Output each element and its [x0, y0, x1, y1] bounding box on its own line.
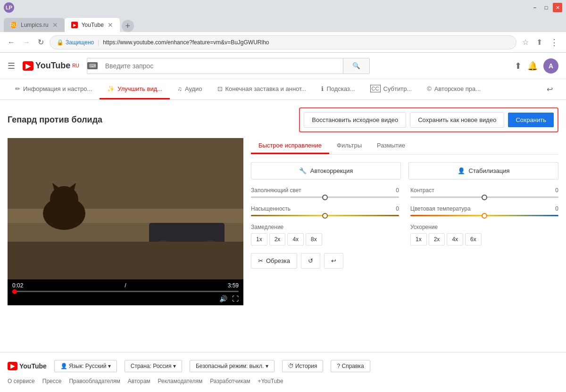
bookmark-star-button[interactable]: ☆ — [520, 36, 531, 49]
video-title: Гепард против болида — [8, 115, 102, 125]
footer-link-advertisers[interactable]: Рекламодателям — [158, 378, 203, 384]
url-separator: | — [98, 39, 99, 46]
footer-link-press[interactable]: Прессе — [42, 378, 62, 384]
back-tab-button[interactable]: ↩ — [541, 81, 558, 98]
panel-tab-quickfix[interactable]: Быстрое исправление — [251, 138, 329, 154]
person-icon: 👤 — [458, 167, 465, 174]
undo-button[interactable]: ↩ — [324, 253, 343, 269]
footer-link-about[interactable]: О сервисе — [8, 378, 35, 384]
back-button[interactable]: ← — [6, 36, 17, 49]
color-temp-track[interactable] — [410, 215, 558, 216]
slow-8x-button[interactable]: 8x — [306, 233, 322, 245]
fast-2x-button[interactable]: 2x — [429, 233, 445, 245]
slider-color-temp: Цветовая температура 0 — [410, 205, 558, 216]
slider-row-2: Насыщенность 0 Цветовая температура 0 — [251, 205, 558, 216]
protected-text: Защищено — [66, 39, 94, 46]
maximize-button[interactable]: □ — [541, 3, 551, 12]
tab-lumpics-close[interactable]: ✕ — [52, 22, 58, 28]
tab-endscreen[interactable]: ⊡ Конечная заставка и аннот... — [210, 80, 314, 99]
search-input[interactable] — [100, 58, 343, 74]
speed-row: Замедление 1x 2x 4x 8x Ускорение 1x — [251, 224, 558, 245]
restore-button[interactable]: Восстановить исходное видео — [304, 112, 406, 128]
slider-saturation: Насыщенность 0 — [251, 205, 399, 216]
fast-6x-button[interactable]: 6x — [465, 233, 482, 245]
url-text: https://www.youtube.com/enhance?feature=… — [103, 39, 269, 46]
close-button[interactable]: ✕ — [553, 3, 562, 12]
trim-button[interactable]: ✂ Обрезка — [251, 253, 297, 269]
footer-link-plus[interactable]: +YouTube — [258, 378, 283, 384]
address-url-bar[interactable]: 🔒 Защищено | https://www.youtube.com/enh… — [50, 35, 516, 49]
fill-light-track[interactable] — [251, 196, 399, 198]
fast-1x-button[interactable]: 1x — [410, 233, 427, 245]
footer-link-authors[interactable]: Авторам — [128, 378, 150, 384]
panel-tab-filters[interactable]: Фильтры — [329, 138, 369, 154]
language-button[interactable]: 👤 Язык: Русский ▾ — [54, 360, 117, 372]
tab-subtitles[interactable]: CC Субтитр... — [363, 79, 420, 99]
fast-4x-button[interactable]: 4x — [447, 233, 463, 245]
video-visual — [8, 138, 243, 279]
search-button[interactable]: 🔍 — [343, 58, 369, 74]
upload-icon-button[interactable]: ⬆ — [534, 36, 544, 49]
tab-youtube-close[interactable]: ✕ — [108, 22, 113, 28]
footer-logo: ▶ YouTube — [8, 362, 47, 370]
lock-icon: 🔒 — [57, 39, 64, 46]
title-bar-user: LP — [4, 2, 14, 13]
footer-link-copyright[interactable]: Правообладателям — [69, 378, 120, 384]
slow-1x-button[interactable]: 1x — [251, 233, 267, 245]
tab-hints[interactable]: ℹ Подсказ... — [314, 80, 362, 99]
stabilize-button[interactable]: 👤 Стабилизация — [408, 162, 558, 180]
country-button[interactable]: Страна: Россия ▾ — [125, 360, 182, 372]
hamburger-menu-button[interactable]: ☰ — [8, 61, 15, 71]
safety-button[interactable]: Безопасный режим: выкл. ▾ — [190, 360, 275, 372]
slider-row-1: Заполняющий свет 0 Контраст 0 — [251, 187, 558, 198]
panel-tab-blur[interactable]: Размытие — [369, 138, 413, 154]
saturation-track[interactable] — [251, 215, 399, 216]
slow-motion-group: Замедление 1x 2x 4x 8x — [251, 224, 399, 245]
browser-menu-button[interactable]: ⋮ — [548, 35, 560, 49]
contrast-thumb[interactable] — [482, 195, 487, 200]
video-thumbnail[interactable] — [8, 138, 243, 279]
video-bottom-controls: 🔊 ⛶ — [12, 295, 239, 302]
tab-copyright[interactable]: © Авторское пра... — [419, 80, 488, 99]
slow-2x-button[interactable]: 2x — [269, 233, 286, 245]
slider-contrast: Контраст 0 — [410, 187, 558, 198]
slow-4x-button[interactable]: 4x — [287, 233, 304, 245]
time-separator: / — [125, 282, 126, 289]
upload-button[interactable]: ⬆ — [515, 61, 522, 71]
fill-light-value: 0 — [396, 187, 399, 194]
youtube-logo[interactable]: ▶ YouTube RU — [23, 61, 79, 71]
save-button[interactable]: Сохранить — [508, 113, 554, 127]
fill-light-thumb[interactable] — [322, 195, 328, 200]
tab-youtube[interactable]: ▶ YouTube ✕ — [65, 18, 120, 32]
help-button[interactable]: ? Справка — [331, 360, 370, 372]
autocorrect-button[interactable]: 🔧 Автокоррекция — [251, 162, 401, 180]
minimize-button[interactable]: − — [530, 3, 540, 12]
speedup-label: Ускорение — [410, 224, 558, 230]
editor-tabs: ✏ Информация и настро... ✨ Улучшить вид.… — [0, 79, 566, 100]
autocorrect-label: Автокоррекция — [310, 167, 353, 174]
tab-info-label: Информация и настро... — [23, 85, 92, 92]
tab-enhance[interactable]: ✨ Улучшить вид... — [100, 80, 170, 99]
color-temp-thumb[interactable] — [482, 213, 487, 219]
slow-motion-buttons: 1x 2x 4x 8x — [251, 233, 399, 245]
fullscreen-icon[interactable]: ⛶ — [232, 295, 239, 302]
volume-icon[interactable]: 🔊 — [219, 295, 227, 302]
footer-link-developers[interactable]: Разработчикам — [210, 378, 250, 384]
save-new-button[interactable]: Сохранить как новое видео — [410, 112, 504, 128]
history-button[interactable]: ⏱ История — [282, 360, 324, 372]
new-tab-button[interactable]: + — [122, 20, 134, 32]
reload-button[interactable]: ↻ — [36, 36, 46, 49]
contrast-track[interactable] — [410, 196, 558, 198]
tab-audio[interactable]: ♫ Аудио — [170, 80, 209, 99]
tab-audio-label: Аудио — [185, 85, 202, 92]
tab-info[interactable]: ✏ Информация и настро... — [8, 80, 100, 99]
user-avatar[interactable]: A — [543, 58, 558, 74]
notification-button[interactable]: 🔔 — [527, 61, 538, 71]
tab-lumpics[interactable]: RU Lumpics.ru ✕ — [4, 18, 65, 32]
lumpics-favicon: RU — [10, 22, 17, 28]
progress-bar[interactable] — [12, 291, 239, 292]
keyboard-icon: ⌨ — [87, 62, 98, 69]
rotate-button[interactable]: ↺ — [301, 253, 320, 269]
saturation-thumb[interactable] — [322, 213, 328, 219]
forward-button[interactable]: → — [21, 36, 32, 49]
